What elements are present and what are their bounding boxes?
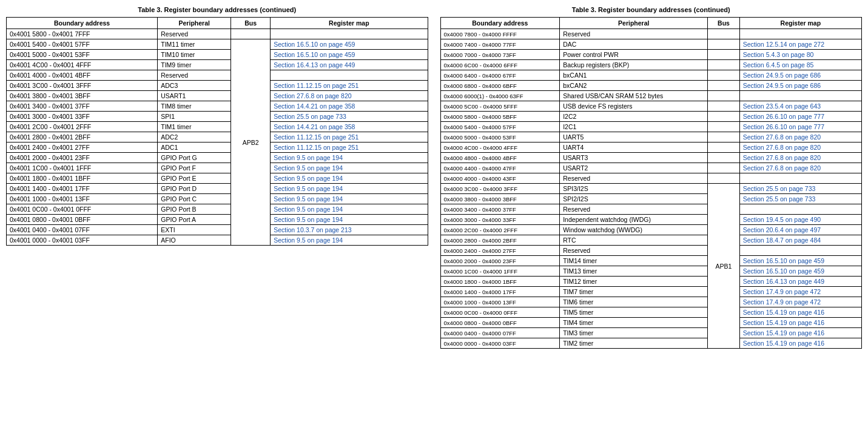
regmap-cell[interactable]: Section 14.4.21 on page 358	[271, 122, 428, 132]
regmap-cell[interactable]: Section 10.3.7 on page 213	[271, 225, 428, 235]
table-row: 0x4000 2C00 - 0x4000 2FFFWindow watchdog…	[440, 225, 862, 235]
left-table: Boundary address Peripheral Bus Register…	[6, 17, 428, 246]
regmap-cell[interactable]: Section 11.12.15 on page 251	[271, 143, 428, 153]
regmap-cell[interactable]: Section 14.4.21 on page 358	[271, 101, 428, 112]
regmap-cell[interactable]: Section 9.5 on page 194	[271, 194, 428, 204]
address-cell: 0x4000 3C00 - 0x4000 3FFF	[440, 184, 560, 194]
regmap-cell[interactable]: Section 11.12.15 on page 251	[271, 81, 428, 91]
right-header-regmap: Register map	[739, 18, 861, 29]
regmap-cell[interactable]: Section 9.5 on page 194	[271, 184, 428, 194]
regmap-cell[interactable]: Section 9.5 on page 194	[271, 235, 428, 246]
table-row: 0x4000 3800 - 0x4000 3BFFSPI2/I2SSection…	[440, 194, 862, 204]
address-cell: 0x4001 0400 - 0x4001 07FF	[7, 225, 158, 235]
address-cell: 0x4000 4400 - 0x4000 47FF	[440, 163, 560, 173]
peripheral-cell: TIM8 timer	[158, 101, 231, 112]
regmap-cell[interactable]: Section 25.5 on page 733	[739, 194, 861, 204]
regmap-cell[interactable]: Section 27.6.8 on page 820	[271, 91, 428, 101]
table-row: 0x4000 1C00 - 0x4000 1FFFTIM13 timerSect…	[440, 266, 862, 277]
regmap-cell[interactable]: Section 16.5.10 on page 459	[739, 266, 861, 277]
address-cell: 0x4000 2800 - 0x4000 2BFF	[440, 235, 560, 246]
address-cell: 0x4001 3400 - 0x4001 37FF	[7, 101, 158, 112]
table-row: 0x4001 3C00 - 0x4001 3FFFADC3Section 11.…	[7, 81, 428, 91]
regmap-cell[interactable]: Section 15.4.19 on page 416	[739, 338, 861, 349]
regmap-cell[interactable]: Section 6.4.5 on page 85	[739, 60, 861, 70]
peripheral-cell: Power control PWR	[560, 50, 708, 60]
table-row: 0x4001 5000 - 0x4001 53FFTIM10 timerSect…	[7, 50, 428, 60]
regmap-cell	[739, 246, 861, 256]
regmap-cell[interactable]: Section 24.9.5 on page 686	[739, 81, 861, 91]
regmap-cell[interactable]: Section 12.5.14 on page 272	[739, 39, 861, 50]
address-cell: 0x4000 7800 - 0x4000 FFFF	[440, 29, 560, 39]
regmap-cell[interactable]: Section 11.12.15 on page 251	[271, 132, 428, 143]
peripheral-cell: TIM7 timer	[560, 287, 708, 297]
peripheral-cell: Reserved	[560, 204, 708, 215]
address-cell: 0x4001 4C00 - 0x4001 4FFF	[7, 60, 158, 70]
regmap-cell[interactable]: Section 5.4.3 on page 80	[739, 50, 861, 60]
regmap-cell[interactable]: Section 27.6.8 on page 820	[739, 163, 861, 173]
regmap-cell[interactable]: Section 16.4.13 on page 449	[271, 60, 428, 70]
regmap-cell	[739, 173, 861, 184]
table-row: 0x4001 1C00 - 0x4001 1FFFGPIO Port FSect…	[7, 163, 428, 173]
regmap-cell[interactable]: Section 27.6.8 on page 820	[739, 153, 861, 163]
regmap-cell[interactable]: Section 15.4.19 on page 416	[739, 318, 861, 328]
table-row: 0x4000 5800 - 0x4000 5BFFI2C2Section 26.…	[440, 112, 862, 122]
peripheral-cell: GPIO Port D	[158, 184, 231, 194]
bus-cell	[708, 70, 739, 81]
regmap-cell[interactable]: Section 9.5 on page 194	[271, 173, 428, 184]
regmap-cell[interactable]: Section 9.5 on page 194	[271, 153, 428, 163]
regmap-cell[interactable]: Section 16.5.10 on page 459	[739, 256, 861, 266]
regmap-cell[interactable]: Section 9.5 on page 194	[271, 215, 428, 225]
regmap-cell[interactable]: Section 16.5.10 on page 459	[271, 39, 428, 50]
right-header-peripheral: Peripheral	[560, 18, 708, 29]
peripheral-cell: Reserved	[560, 246, 708, 256]
table-row: 0x4000 2400 - 0x4000 27FFReserved	[440, 246, 862, 256]
regmap-cell[interactable]: Section 26.6.10 on page 777	[739, 112, 861, 122]
bus-cell	[708, 81, 739, 91]
peripheral-cell: SPI1	[158, 112, 231, 122]
address-cell: 0x4000 1400 - 0x4000 17FF	[440, 287, 560, 297]
regmap-cell[interactable]: Section 24.9.5 on page 686	[739, 70, 861, 81]
regmap-cell[interactable]: Section 27.6.8 on page 820	[739, 143, 861, 153]
peripheral-cell: UART4	[560, 143, 708, 153]
regmap-cell[interactable]: Section 19.4.5 on page 490	[739, 215, 861, 225]
table-row: 0x4000 6400 - 0x4000 67FFbxCAN1Section 2…	[440, 70, 862, 81]
table-row: 0x4000 4800 - 0x4000 4BFFUSART3Section 2…	[440, 153, 862, 163]
regmap-cell[interactable]: Section 9.5 on page 194	[271, 163, 428, 173]
peripheral-cell: GPIO Port A	[158, 215, 231, 225]
left-header-regmap: Register map	[271, 18, 428, 29]
table-row: 0x4001 4C00 - 0x4001 4FFFTIM9 timerSecti…	[7, 60, 428, 70]
table-row: 0x4001 0C00 - 0x4001 0FFFGPIO Port BSect…	[7, 204, 428, 215]
regmap-cell[interactable]: Section 25.5 on page 733	[271, 112, 428, 122]
regmap-cell[interactable]: Section 18.4.7 on page 484	[739, 235, 861, 246]
regmap-cell	[271, 29, 428, 39]
right-table: Boundary address Peripheral Bus Register…	[440, 17, 863, 349]
peripheral-cell: TIM10 timer	[158, 50, 231, 60]
regmap-cell[interactable]: Section 9.5 on page 194	[271, 204, 428, 215]
table-row: 0x4000 0C00 - 0x4000 0FFFTIM5 timerSecti…	[440, 307, 862, 318]
address-cell: 0x4000 6000(1) - 0x4000 63FF	[440, 91, 560, 101]
address-cell: 0x4000 5000 - 0x4000 53FF	[440, 132, 560, 143]
regmap-cell[interactable]: Section 15.4.19 on page 416	[739, 328, 861, 338]
table-row: 0x4001 2C00 - 0x4001 2FFFTIM1 timerSecti…	[7, 122, 428, 132]
peripheral-cell: ADC1	[158, 143, 231, 153]
table-row: 0x4000 0400 - 0x4000 07FFTIM3 timerSecti…	[440, 328, 862, 338]
address-cell: 0x4001 0000 - 0x4001 03FF	[7, 235, 158, 246]
regmap-cell[interactable]: Section 27.6.8 on page 820	[739, 132, 861, 143]
regmap-cell[interactable]: Section 26.6.10 on page 777	[739, 122, 861, 132]
regmap-cell[interactable]: Section 17.4.9 on page 472	[739, 287, 861, 297]
regmap-cell[interactable]: Section 16.4.13 on page 449	[739, 277, 861, 287]
regmap-cell[interactable]: Section 25.5 on page 733	[739, 184, 861, 194]
table-row: 0x4001 3000 - 0x4001 33FFSPI1Section 25.…	[7, 112, 428, 122]
table-row: 0x4000 6800 - 0x4000 6BFFbxCAN2Section 2…	[440, 81, 862, 91]
regmap-cell[interactable]: Section 15.4.19 on page 416	[739, 307, 861, 318]
bus-cell	[708, 91, 739, 101]
table-row: 0x4001 1000 - 0x4001 13FFGPIO Port CSect…	[7, 194, 428, 204]
regmap-cell[interactable]: Section 23.5.4 on page 643	[739, 101, 861, 112]
regmap-cell[interactable]: Section 20.6.4 on page 497	[739, 225, 861, 235]
bus-cell	[708, 39, 739, 50]
peripheral-cell: Independent watchdog (IWDG)	[560, 215, 708, 225]
bus-cell	[708, 143, 739, 153]
peripheral-cell: bxCAN2	[560, 81, 708, 91]
regmap-cell[interactable]: Section 17.4.9 on page 472	[739, 297, 861, 307]
regmap-cell[interactable]: Section 16.5.10 on page 459	[271, 50, 428, 60]
